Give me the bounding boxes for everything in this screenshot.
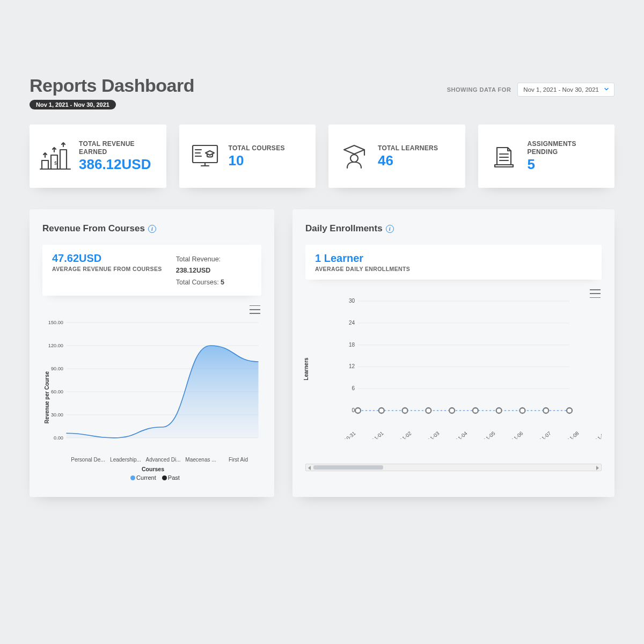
enrollments-chart: 0612182430: [308, 297, 602, 418]
svg-text:0: 0: [352, 407, 355, 413]
stat-label: TOTAL COURSES: [229, 144, 306, 152]
y-axis-label: Learners: [303, 357, 309, 380]
summary-box: 47.62USD AVERAGE REVENUE FROM COURSES To…: [42, 245, 261, 296]
date-range-select[interactable]: Nov 1, 2021 - Nov 30, 2021: [517, 83, 614, 97]
svg-point-47: [496, 408, 502, 413]
total-revenue-label: Total Revenue:: [176, 255, 221, 263]
summary-box: 1 Learner AVERAGE DAILY ENROLLMENTS: [305, 245, 602, 280]
date-badge: Nov 1, 2021 - Nov 30, 2021: [30, 100, 116, 109]
legend-label-current: Current: [136, 474, 156, 481]
info-icon[interactable]: i: [148, 225, 156, 233]
svg-point-50: [567, 408, 572, 413]
avg-revenue-label: AVERAGE REVENUE FROM COURSES: [52, 266, 162, 272]
svg-text:60.00: 60.00: [51, 389, 63, 394]
stat-label: TOTAL LEARNERS: [378, 144, 456, 152]
revenue-chart: 0.0030.0060.0090.00120.00150.00: [45, 313, 261, 452]
panel-title: Revenue From Courses: [42, 223, 145, 234]
legend-label-past: Past: [168, 474, 180, 481]
y-axis-label: Revenue per Course: [44, 371, 50, 423]
svg-text:90.00: 90.00: [51, 365, 63, 371]
stat-card-revenue[interactable]: $ TOTAL REVENUE EARNED 386.12USD: [30, 125, 166, 188]
total-courses-value: 5: [221, 279, 224, 286]
svg-text:30: 30: [349, 298, 355, 304]
svg-point-42: [379, 408, 384, 413]
svg-text:120.00: 120.00: [48, 342, 63, 348]
svg-text:150.00: 150.00: [48, 319, 63, 325]
svg-text:30.00: 30.00: [51, 412, 63, 417]
stat-label: ASSIGNMENTS PENDING: [528, 140, 605, 156]
learners-icon: [338, 141, 370, 172]
svg-point-45: [449, 408, 455, 413]
svg-rect-5: [193, 145, 217, 163]
chevron-down-icon: [603, 86, 610, 93]
chart-legend: Current Past: [45, 474, 261, 481]
chart-scrollbar[interactable]: [305, 464, 602, 471]
svg-point-12: [350, 155, 358, 162]
legend-dot-current: [130, 475, 135, 480]
assignments-icon: [488, 141, 520, 172]
info-icon[interactable]: i: [386, 225, 394, 233]
svg-text:24: 24: [349, 320, 355, 326]
date-range-value: Nov 1, 2021 - Nov 30, 2021: [523, 86, 599, 93]
svg-text:0.00: 0.00: [54, 435, 63, 440]
panel-daily-enrollments: Daily Enrollments i 1 Learner AVERAGE DA…: [292, 209, 614, 497]
stat-card-assignments[interactable]: ASSIGNMENTS PENDING 5: [478, 125, 615, 188]
svg-point-43: [402, 408, 408, 413]
page-title: Reports Dashboard: [30, 75, 194, 96]
svg-point-46: [473, 408, 478, 413]
stat-card-courses[interactable]: TOTAL COURSES 10: [179, 125, 316, 188]
svg-text:18: 18: [349, 342, 355, 348]
svg-rect-2: [60, 150, 67, 169]
stat-value: 46: [378, 153, 456, 168]
total-revenue-value: 238.12USD: [176, 267, 211, 274]
stat-value: 10: [229, 153, 306, 168]
svg-point-48: [519, 408, 525, 413]
stat-value: 5: [528, 157, 605, 172]
stat-label: TOTAL REVENUE EARNED: [79, 140, 157, 156]
x-axis-title: Courses: [45, 466, 261, 472]
svg-text:6: 6: [352, 385, 355, 391]
showing-data-label: SHOWING DATA FOR: [447, 86, 511, 93]
x-ticks: Personal De...Leadership...Advanced Di..…: [68, 457, 258, 463]
svg-point-49: [543, 408, 548, 413]
avg-enroll-value: 1 Learner: [315, 252, 412, 265]
x-ticks: 2021-10-312021-11-012021-11-022021-11-03…: [327, 422, 602, 439]
stat-card-learners[interactable]: TOTAL LEARNERS 46: [328, 125, 465, 188]
svg-point-44: [426, 408, 431, 413]
panel-revenue-from-courses: Revenue From Courses i 47.62USD AVERAGE …: [30, 209, 274, 497]
legend-dot-past: [162, 475, 167, 480]
courses-icon: [189, 141, 221, 172]
panel-title: Daily Enrollments: [305, 223, 383, 234]
scrollbar-thumb[interactable]: [313, 465, 383, 470]
svg-text:$: $: [54, 160, 57, 166]
svg-text:12: 12: [349, 363, 355, 369]
avg-enroll-label: AVERAGE DAILY ENROLLMENTS: [315, 266, 412, 272]
stat-value: 386.12USD: [79, 157, 157, 172]
svg-point-41: [355, 408, 361, 413]
total-courses-label: Total Courses:: [176, 279, 219, 286]
avg-revenue-value: 47.62USD: [52, 252, 162, 265]
revenue-icon: $: [39, 141, 71, 172]
svg-rect-0: [42, 160, 48, 169]
